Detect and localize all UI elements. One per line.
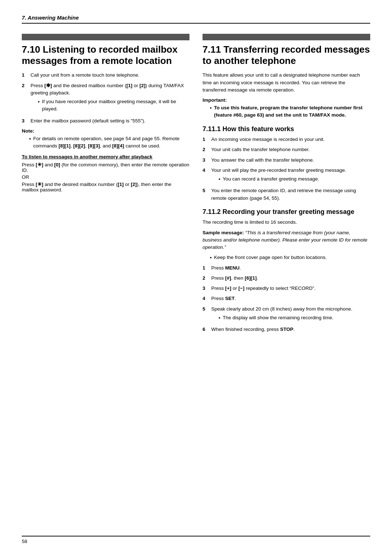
- s2-step-4: 4 Press SET.: [203, 295, 370, 302]
- step-num: 5: [203, 187, 208, 194]
- step-text: An incoming voice message is recorded in…: [211, 136, 324, 143]
- step-num: 2: [22, 82, 28, 89]
- s2-step-3: 3 Press [+] or [−] repeatedly to select …: [203, 285, 370, 292]
- step-text: Press [+] or [−] repeatedly to select “R…: [211, 285, 315, 292]
- left-section-title: 7.10 Listening to recorded mailbox messa…: [22, 44, 189, 66]
- left-step-1: 1 Call your unit from a remote touch ton…: [22, 72, 189, 79]
- step-num: 2: [203, 275, 208, 282]
- s2-step-5: 5 Speak clearly about 20 cm (8 inches) a…: [203, 305, 370, 323]
- sub-header: To listen to messages in another memory …: [22, 154, 189, 159]
- step-num: 6: [203, 326, 208, 333]
- bullet-item: You can record a transfer greeting messa…: [219, 175, 346, 183]
- right-step-5: 5 You enter the remote operation ID, and…: [203, 187, 370, 202]
- step-num: 1: [22, 72, 28, 79]
- step-content: Speak clearly about 20 cm (8 inches) awa…: [211, 305, 352, 323]
- step-content: Your unit will play the pre-recorded tra…: [211, 167, 346, 185]
- important-text: To use this feature, program the transfe…: [214, 104, 370, 119]
- s2-step-6: 6 When finished recording, press STOP.: [203, 326, 370, 333]
- note-bullet-1: For details on remote operation, see pag…: [29, 135, 189, 150]
- sample-bullet-1: Keep the front cover page open for butto…: [210, 254, 370, 261]
- sub-body-2: Press [✳] and the desired mailbox number…: [22, 181, 189, 193]
- note-text: For details on remote operation, see pag…: [33, 135, 189, 150]
- step-bullets: If you have recorded your mailbox greeti…: [38, 98, 189, 113]
- sample-message: Sample message: “This is a transferred m…: [203, 229, 370, 251]
- right-step-3: 3 You answer the call with the transfer …: [203, 157, 370, 164]
- sub-body-1: Press [✳] and [0] (for the common memory…: [22, 162, 189, 173]
- sample-bullets: Keep the front cover page open for butto…: [210, 254, 370, 261]
- note-block: Note: For details on remote operation, s…: [22, 128, 189, 150]
- bullet-item: The display will show the remaining reco…: [219, 314, 352, 321]
- step-num: 3: [203, 157, 208, 164]
- step-content: Press [✱] and the desired mailbox number…: [30, 82, 189, 114]
- step-text: Your unit calls the transfer telephone n…: [211, 146, 310, 153]
- right-section-bar: [203, 34, 370, 40]
- important-block: Important: To use this feature, program …: [203, 97, 370, 119]
- important-label: Important:: [203, 97, 370, 103]
- important-bullets: To use this feature, program the transfe…: [210, 104, 370, 119]
- important-bullet: To use this feature, program the transfe…: [210, 104, 370, 119]
- subsection-2-title: 7.11.2 Recording your transfer greeting …: [203, 208, 370, 216]
- subsection-2-intro: The recording time is limited to 16 seco…: [203, 219, 370, 226]
- two-col-layout: 7.10 Listening to recorded mailbox messa…: [22, 34, 370, 337]
- s2-step-1: 1 Press MENU.: [203, 264, 370, 272]
- subsection-1-title: 7.11.1 How this feature works: [203, 125, 370, 133]
- step-num: 1: [203, 264, 208, 272]
- sample-label: Sample message:: [203, 230, 244, 235]
- step-num: 3: [203, 285, 208, 292]
- left-steps-list: 1 Call your unit from a remote touch ton…: [22, 72, 189, 125]
- note-label: Note:: [22, 128, 189, 134]
- step-text: Press MENU.: [211, 264, 241, 272]
- step-num: 1: [203, 136, 208, 143]
- bullet-text: The display will show the remaining reco…: [222, 314, 333, 321]
- right-column: 7.11 Transferring recorded messages to a…: [203, 34, 370, 337]
- page-header: 7. Answering Machine: [22, 15, 370, 24]
- step-text: Call your unit from a remote touch tone …: [30, 72, 139, 79]
- step-bullets: You can record a transfer greeting messa…: [219, 175, 346, 183]
- bullet-text: You can record a transfer greeting messa…: [222, 175, 319, 183]
- step-text: When finished recording, press STOP.: [211, 326, 295, 333]
- bullet-text: If you have recorded your mailbox greeti…: [42, 98, 189, 113]
- right-intro: This feature allows your unit to call a …: [203, 72, 370, 94]
- right-step-1: 1 An incoming voice message is recorded …: [203, 136, 370, 143]
- s2-step-2: 2 Press [#], then [6][1].: [203, 275, 370, 282]
- step-text: Speak clearly about 20 cm (8 inches) awa…: [211, 306, 352, 312]
- subsection-2-steps: 1 Press MENU. 2 Press [#], then [6][1]. …: [203, 264, 370, 333]
- step-text: Press SET.: [211, 295, 236, 302]
- note-bullets: For details on remote operation, see pag…: [29, 135, 189, 150]
- right-step-2: 2 Your unit calls the transfer telephone…: [203, 146, 370, 153]
- step-num: 4: [203, 295, 208, 302]
- step-num: 4: [203, 167, 208, 174]
- step-num: 3: [22, 117, 28, 125]
- step-text: You enter the remote operation ID, and r…: [211, 187, 370, 202]
- right-step-4: 4 Your unit will play the pre-recorded t…: [203, 167, 370, 185]
- left-step-3: 3 Enter the mailbox password (default se…: [22, 117, 189, 125]
- page-number: 58: [22, 539, 27, 544]
- or-text: OR: [22, 174, 189, 180]
- step-text: Enter the mailbox password (default sett…: [30, 117, 146, 125]
- step-text: You answer the call with the transfer te…: [211, 157, 314, 164]
- left-column: 7.10 Listening to recorded mailbox messa…: [22, 34, 189, 193]
- page: 7. Answering Machine 7.10 Listening to r…: [0, 0, 392, 555]
- left-section-bar: [22, 34, 189, 40]
- right-section-title: 7.11 Transferring recorded messages to a…: [203, 44, 370, 66]
- step-num: 5: [203, 305, 208, 313]
- step-bullets: The display will show the remaining reco…: [219, 314, 352, 321]
- step-text: Your unit will play the pre-recorded tra…: [211, 167, 346, 173]
- step-num: 2: [203, 146, 208, 153]
- bullet-item: If you have recorded your mailbox greeti…: [38, 98, 189, 113]
- chapter-title: 7. Answering Machine: [22, 15, 79, 21]
- bullet-text: Keep the front cover page open for butto…: [214, 254, 327, 261]
- subsection-1-steps: 1 An incoming voice message is recorded …: [203, 136, 370, 202]
- step-text: Press [#], then [6][1].: [211, 275, 258, 282]
- step-text: Press [✱] and the desired mailbox number…: [30, 83, 184, 96]
- page-footer: 58: [22, 536, 370, 544]
- left-step-2: 2 Press [✱] and the desired mailbox numb…: [22, 82, 189, 114]
